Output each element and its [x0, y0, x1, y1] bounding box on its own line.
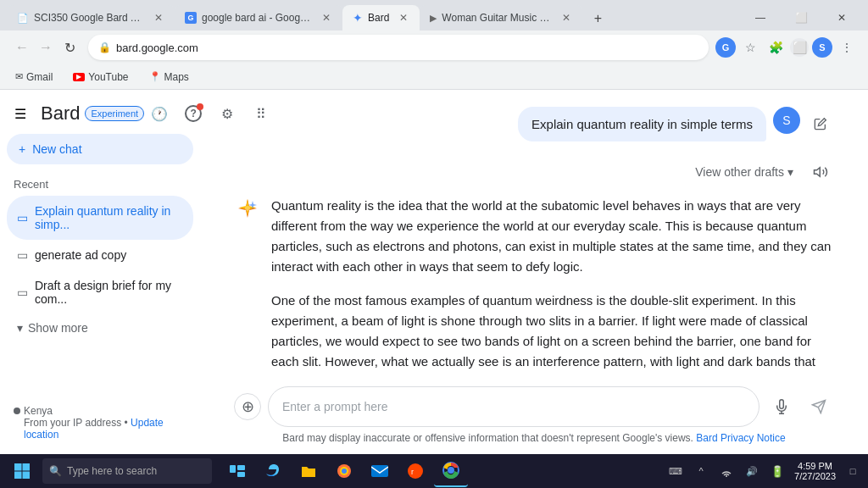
bookmark-maps[interactable]: 📍 Maps [144, 69, 194, 85]
location-name: Kenya [24, 405, 53, 417]
tab-close-btn[interactable]: ✕ [560, 10, 572, 25]
recent-label: Recent [7, 168, 193, 196]
back-button[interactable]: ← [10, 36, 34, 59]
svg-rect-9 [23, 472, 31, 480]
user-profile-button[interactable]: S [812, 37, 832, 58]
show-more-label: Show more [28, 321, 88, 335]
sidebar-footer: Kenya From your IP address • Update loca… [7, 398, 193, 447]
google-profile-icon[interactable]: G [715, 37, 736, 58]
bard-logo: Bard Experiment [41, 103, 144, 125]
bookmark-gmail[interactable]: ✉ Gmail [10, 69, 58, 85]
minimize-button[interactable]: — [741, 5, 780, 30]
tab-close-btn[interactable]: ✕ [398, 10, 409, 25]
add-media-button[interactable]: ⊕ [234, 393, 261, 420]
taskbar-network-icon[interactable] [715, 455, 738, 487]
new-tab-button[interactable]: + [586, 7, 609, 30]
privacy-notice-link[interactable]: Bard Privacy Notice [696, 432, 785, 444]
close-window-button[interactable]: ✕ [822, 5, 861, 30]
show-more-button[interactable]: ▾ Show more [7, 314, 193, 341]
apps-grid-icon: ⠿ [256, 106, 266, 122]
message-edit-button[interactable] [807, 110, 834, 137]
taskbar-reddit[interactable]: r [398, 455, 432, 487]
taskbar-keyboard-icon[interactable]: ⌨ [664, 455, 687, 487]
search-box-text: Type here to search [67, 465, 157, 477]
view-drafts-label: View other drafts [695, 165, 784, 179]
address-bar-row: ← → ↻ 🔒 bard.google.com G ☆ 🧩 ⬜ S ⋮ [0, 30, 868, 64]
browser-menu-button[interactable]: ⋮ [836, 36, 858, 58]
chat-area: Explain quantum reality in simple terms … [200, 90, 868, 376]
taskbar-chrome[interactable] [434, 455, 468, 487]
reload-button[interactable]: ↻ [58, 36, 81, 59]
disclaimer-text: Bard may display inaccurate or offensive… [234, 427, 834, 451]
profile-circle-button[interactable]: ⬜ [790, 38, 809, 57]
taskbar-explorer[interactable] [292, 455, 326, 487]
user-message-wrapper: Explain quantum reality in simple terms … [234, 107, 834, 141]
taskbar-volume-icon[interactable]: 🔊 [740, 455, 764, 487]
bookmark-label: Maps [164, 71, 189, 83]
prompt-input[interactable] [268, 386, 760, 427]
chat-item-title: Draft a design brief for my com... [35, 279, 183, 306]
bookmark-star-button[interactable]: ☆ [739, 36, 761, 58]
new-chat-button[interactable]: + New chat [7, 134, 193, 164]
taskbar-system-tray[interactable]: ^ [689, 455, 713, 487]
gmail-icon: ✉ [15, 71, 23, 82]
maps-icon: 📍 [149, 71, 161, 82]
chat-item-quantum[interactable]: ▭ Explain quantum reality in simp... [7, 196, 193, 240]
apps-button[interactable]: ⠿ [246, 98, 276, 129]
reddit-icon: r [407, 463, 424, 480]
hamburger-menu-button[interactable]: ☰ [7, 100, 34, 127]
svg-rect-11 [237, 465, 245, 470]
svg-point-15 [342, 469, 347, 474]
text-to-speech-button[interactable] [807, 158, 834, 186]
user-message-bubble: Explain quantum reality in simple terms [518, 107, 766, 141]
taskbar-firefox[interactable] [327, 455, 361, 487]
taskbar-search-box[interactable]: 🔍 Type here to search [42, 458, 212, 484]
response-para-1: Quantum reality is the idea that the wor… [271, 196, 834, 277]
youtube-icon: ▶ [73, 73, 85, 81]
tab-close-btn[interactable]: ✕ [320, 10, 332, 25]
start-button[interactable] [3, 454, 41, 488]
notification-center[interactable]: □ [841, 455, 865, 487]
tab-bard[interactable]: ✦ Bard ✕ [342, 5, 420, 30]
bookmark-label: YouTube [88, 71, 128, 83]
help-button[interactable]: ? [178, 98, 209, 129]
response-content: Quantum reality is the idea that the wor… [271, 196, 834, 376]
tab-youtube[interactable]: ▶ Woman Guitar Music Playing - F... ✕ [420, 5, 582, 30]
microphone-button[interactable] [766, 391, 797, 422]
disclaimer-main: Bard may display inaccurate or offensive… [282, 432, 693, 444]
experiment-badge: Experiment [85, 106, 144, 121]
tab-sci350[interactable]: 📄 SCI350 Google Bard AI Review -... ✕ [7, 5, 175, 30]
settings-button[interactable]: ⚙ [212, 98, 242, 129]
bookmark-youtube[interactable]: ▶ YouTube [68, 69, 133, 85]
address-bar[interactable]: 🔒 bard.google.com [88, 35, 709, 60]
svg-point-17 [408, 463, 423, 479]
svg-rect-6 [14, 463, 22, 471]
svg-rect-7 [23, 463, 31, 471]
chat-item-design-brief[interactable]: ▭ Draft a design brief for my com... [7, 270, 193, 314]
taskbar-task-view[interactable] [220, 455, 254, 487]
svg-rect-16 [371, 465, 388, 477]
extension-puzzle-button[interactable]: 🧩 [765, 36, 787, 58]
maximize-button[interactable]: ⬜ [782, 5, 821, 30]
chat-item-title: Explain quantum reality in simp... [35, 204, 183, 231]
chat-item-ad-copy[interactable]: ▭ generate ad copy [7, 240, 193, 270]
tab-close-btn[interactable]: ✕ [153, 10, 164, 25]
tab-google-search[interactable]: G google bard ai - Google Search ✕ [175, 5, 342, 30]
forward-button[interactable]: → [34, 36, 58, 59]
hamburger-icon: ☰ [14, 106, 26, 122]
view-other-drafts-button[interactable]: View other drafts ▾ [688, 162, 800, 182]
location-item: Kenya [14, 405, 186, 417]
taskbar-edge[interactable] [256, 455, 290, 487]
edit-icon [814, 117, 827, 130]
taskbar-mail[interactable] [363, 455, 397, 487]
firefox-icon [336, 463, 353, 480]
search-icon: 🔍 [49, 465, 62, 477]
svg-point-1 [245, 206, 250, 211]
clock-date: 7/27/2023 [794, 471, 836, 481]
tab-title: Woman Guitar Music Playing - F... [442, 12, 552, 24]
history-button[interactable]: 🕐 [144, 98, 175, 129]
taskbar-battery-icon[interactable]: 🔋 [765, 455, 789, 487]
send-button[interactable] [804, 391, 834, 422]
bookmark-label: Gmail [26, 71, 53, 83]
system-clock[interactable]: 4:59 PM 7/27/2023 [791, 461, 839, 481]
